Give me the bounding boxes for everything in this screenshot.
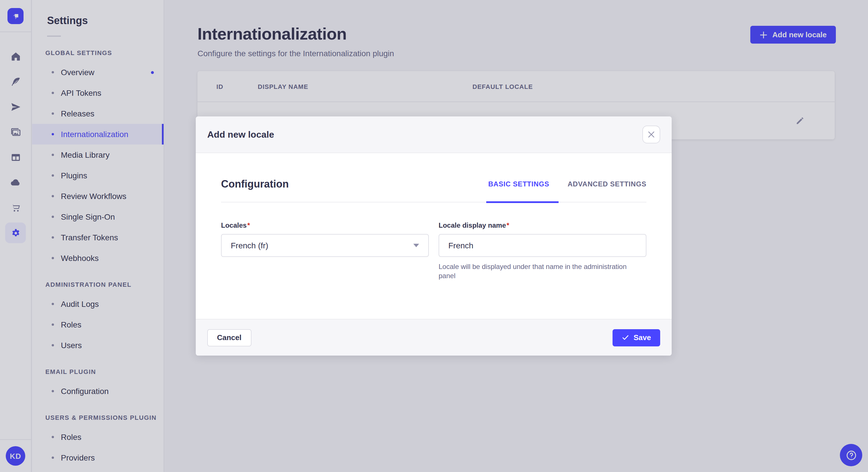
chevron-down-icon: [413, 244, 419, 247]
configuration-heading: Configuration: [221, 178, 289, 190]
check-icon: [621, 334, 629, 341]
required-asterisk: *: [247, 222, 250, 229]
modal-body: Configuration BASIC SETTINGS ADVANCED SE…: [196, 153, 672, 319]
settings-tabs: BASIC SETTINGS ADVANCED SETTINGS: [488, 180, 646, 188]
close-icon: [648, 131, 654, 138]
modal-header: Add new locale: [196, 116, 672, 153]
display-name-field: Locale display name* Locale will be disp…: [439, 222, 646, 280]
display-name-input[interactable]: [439, 234, 646, 257]
locales-label: Locales: [221, 222, 247, 229]
cancel-button[interactable]: Cancel: [207, 329, 251, 346]
active-tab-underline: [486, 201, 559, 203]
modal-footer: Cancel Save: [196, 319, 672, 356]
modal-title: Add new locale: [207, 129, 274, 140]
save-button[interactable]: Save: [612, 329, 660, 346]
locales-field: Locales* French (fr): [221, 222, 429, 280]
required-asterisk: *: [507, 222, 509, 229]
locales-select[interactable]: French (fr): [221, 234, 429, 257]
tab-basic-settings[interactable]: BASIC SETTINGS: [488, 180, 549, 188]
display-name-label: Locale display name: [439, 222, 506, 229]
tab-advanced-settings[interactable]: ADVANCED SETTINGS: [567, 180, 646, 188]
tabs-divider: [221, 202, 646, 202]
display-name-help-text: Locale will be displayed under that name…: [439, 262, 641, 280]
add-locale-modal: Add new locale Configuration BASIC SETTI…: [196, 116, 672, 356]
close-button[interactable]: [642, 126, 660, 143]
app-root: KD Settings GLOBAL SETTINGS Overview API…: [0, 0, 868, 472]
